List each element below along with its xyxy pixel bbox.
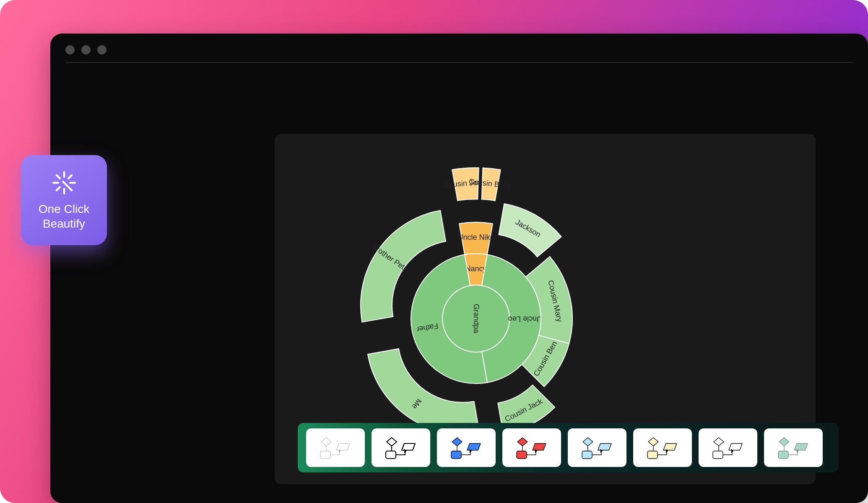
segment-label: Uncle Leo xyxy=(508,315,542,323)
svg-rect-3 xyxy=(517,451,527,459)
theme-swatch-white[interactable] xyxy=(699,428,757,467)
sparkle-icon xyxy=(51,170,77,196)
segment-label: Grandpa xyxy=(472,304,481,334)
beautify-label: One ClickBeautify xyxy=(39,202,89,231)
svg-line-12 xyxy=(56,175,60,178)
theme-swatch-outline-bold[interactable] xyxy=(372,428,430,467)
theme-swatch-outline-thin[interactable] xyxy=(306,428,365,467)
theme-picker-bar xyxy=(298,423,839,472)
svg-line-16 xyxy=(63,181,67,186)
window-close-dot[interactable] xyxy=(65,45,75,54)
segment-label: Nancy xyxy=(465,264,486,273)
svg-rect-4 xyxy=(582,451,592,459)
theme-swatch-sky[interactable] xyxy=(568,428,626,467)
svg-line-13 xyxy=(68,187,72,190)
one-click-beautify-button[interactable]: One ClickBeautify xyxy=(21,155,107,245)
svg-line-14 xyxy=(56,187,60,190)
svg-rect-2 xyxy=(451,451,461,459)
window-minimize-dot[interactable] xyxy=(81,45,91,54)
svg-rect-0 xyxy=(320,451,330,459)
sunburst-chart[interactable]: GrandpaNancyUncle NikeCousin JennyCousin… xyxy=(317,143,635,461)
svg-rect-5 xyxy=(647,451,657,459)
app-window: GrandpaNancyUncle NikeCousin JennyCousin… xyxy=(50,34,868,503)
theme-swatch-blue[interactable] xyxy=(437,428,496,467)
window-controls xyxy=(65,45,853,54)
title-bar-divider xyxy=(65,62,853,63)
svg-rect-7 xyxy=(778,451,788,459)
theme-swatch-mint[interactable] xyxy=(764,428,823,467)
svg-rect-1 xyxy=(386,451,396,459)
svg-line-15 xyxy=(68,175,72,178)
diagram-canvas[interactable]: GrandpaNancyUncle NikeCousin JennyCousin… xyxy=(275,134,816,484)
svg-rect-6 xyxy=(713,451,723,459)
window-maximize-dot[interactable] xyxy=(97,45,107,54)
theme-swatch-cream[interactable] xyxy=(633,428,692,467)
theme-swatch-red[interactable] xyxy=(502,428,561,467)
segment-label: Uncle Nike xyxy=(457,233,494,241)
